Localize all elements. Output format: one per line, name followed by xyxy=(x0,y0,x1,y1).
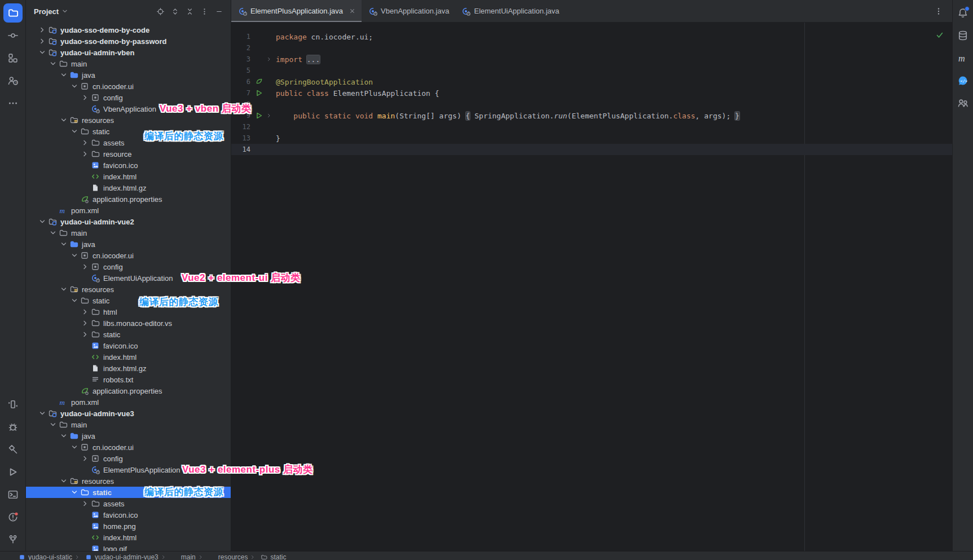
tree-chevron-icon[interactable] xyxy=(81,138,90,147)
tree-chevron-icon[interactable] xyxy=(59,70,68,80)
tool-problems-button[interactable] xyxy=(3,508,23,527)
tool-terminal-button[interactable] xyxy=(3,485,23,504)
tree-row[interactable]: java xyxy=(26,430,231,442)
tree-chevron-icon[interactable] xyxy=(59,431,68,440)
gutter-fold-icon[interactable] xyxy=(266,112,272,119)
tree-chevron-icon[interactable] xyxy=(81,330,90,339)
code-editor[interactable]: 1 package cn.iocoder.ui; 2 xyxy=(231,23,952,551)
tool-maven-button[interactable]: m xyxy=(953,48,972,68)
tree-row[interactable]: libs.monaco-editor.vs xyxy=(26,318,231,329)
tree-row[interactable]: cn.iocoder.ui xyxy=(26,442,231,453)
collapse-all-button[interactable] xyxy=(183,5,196,17)
tree-row[interactable]: index.html.gz xyxy=(26,363,231,374)
tree-chevron-icon[interactable] xyxy=(59,116,68,125)
tree-chevron-icon[interactable] xyxy=(81,104,90,113)
tree-row[interactable]: main xyxy=(26,58,231,69)
tree-row[interactable]: java xyxy=(26,239,231,250)
tree-chevron-icon[interactable] xyxy=(49,420,58,429)
tree-row[interactable]: resource xyxy=(26,148,231,160)
tree-chevron-icon[interactable] xyxy=(38,48,47,57)
tree-chevron-icon[interactable] xyxy=(81,319,90,328)
inspections-status-icon[interactable] xyxy=(935,30,944,39)
tree-row[interactable]: resources xyxy=(26,114,231,126)
tree-chevron-icon[interactable] xyxy=(59,477,68,486)
tool-debug-button[interactable] xyxy=(3,417,23,436)
panel-title[interactable]: Project xyxy=(34,7,59,16)
tree-row[interactable]: yudao-ui-admin-vben xyxy=(26,47,231,58)
tree-row[interactable]: m pom.xml xyxy=(26,205,231,216)
tree-row[interactable]: yudao-ui-admin-vue2 xyxy=(26,216,231,227)
tool-help-chat-button[interactable]: ? xyxy=(3,71,23,90)
panel-title-chevron-icon[interactable] xyxy=(61,7,69,15)
editor-tab[interactable]: VbenApplication.java xyxy=(362,0,455,22)
tree-row[interactable]: home.png xyxy=(26,521,231,532)
tree-chevron-icon[interactable] xyxy=(81,522,90,531)
tree-chevron-icon[interactable] xyxy=(81,465,90,474)
locate-file-button[interactable] xyxy=(154,5,166,17)
tree-row[interactable]: cn.iocoder.ui xyxy=(26,81,231,92)
tree-chevron-icon[interactable] xyxy=(81,149,90,158)
tree-chevron-icon[interactable] xyxy=(81,172,90,181)
tree-row[interactable]: index.html xyxy=(26,532,231,543)
gutter-fold-icon[interactable] xyxy=(266,56,272,63)
close-tab-icon[interactable] xyxy=(349,7,356,15)
tree-row[interactable]: favicon.ico xyxy=(26,160,231,171)
tool-more-button[interactable] xyxy=(3,94,23,113)
breadcrumb-item[interactable]: yudao-ui-admin-vue3 xyxy=(72,552,159,560)
tree-chevron-icon[interactable] xyxy=(70,127,79,136)
expand-all-button[interactable] xyxy=(169,5,181,17)
tree-row[interactable]: config xyxy=(26,453,231,464)
tree-row[interactable]: m pom.xml xyxy=(26,396,231,408)
tree-row[interactable]: favicon.ico xyxy=(26,509,231,521)
tree-chevron-icon[interactable] xyxy=(81,544,90,551)
options-menu-button[interactable] xyxy=(198,5,210,17)
editor-tab[interactable]: ElementPlusApplication.java xyxy=(231,0,362,22)
tree-row[interactable]: logo.gif xyxy=(26,543,231,551)
tree-chevron-icon[interactable] xyxy=(38,37,47,46)
tool-services-button[interactable] xyxy=(3,395,23,414)
tree-row[interactable]: favicon.ico xyxy=(26,340,231,351)
tool-commit-button[interactable] xyxy=(3,26,23,45)
tree-chevron-icon[interactable] xyxy=(81,93,90,102)
tree-row[interactable]: yudao-sso-demo-by-code xyxy=(26,24,231,36)
tree-chevron-icon[interactable] xyxy=(70,82,79,91)
tool-run-button[interactable] xyxy=(3,462,23,482)
tool-project-button[interactable] xyxy=(3,3,23,23)
tree-chevron-icon[interactable] xyxy=(38,217,47,226)
tree-chevron-icon[interactable] xyxy=(81,533,90,542)
tree-chevron-icon[interactable] xyxy=(70,488,79,497)
tool-code-with-me-button[interactable] xyxy=(953,94,972,113)
tree-chevron-icon[interactable] xyxy=(59,285,68,294)
breadcrumb-item[interactable]: resources xyxy=(196,552,248,560)
tree-row[interactable]: index.html xyxy=(26,351,231,363)
tree-chevron-icon[interactable] xyxy=(81,262,90,271)
tree-row[interactable]: cn.iocoder.ui xyxy=(26,250,231,261)
breadcrumb-item[interactable]: static xyxy=(248,552,286,560)
tree-chevron-icon[interactable] xyxy=(81,454,90,463)
tree-row[interactable]: yudao-sso-demo-by-password xyxy=(26,36,231,47)
tree-chevron-icon[interactable] xyxy=(81,375,90,384)
tree-row[interactable]: application.properties xyxy=(26,385,231,396)
notifications-button[interactable] xyxy=(953,3,972,23)
tree-chevron-icon[interactable] xyxy=(38,25,47,34)
tree-chevron-icon[interactable] xyxy=(59,240,68,249)
tree-chevron-icon[interactable] xyxy=(70,195,79,204)
tree-chevron-icon[interactable] xyxy=(81,499,90,508)
tree-row[interactable]: main xyxy=(26,419,231,430)
tree-chevron-icon[interactable] xyxy=(81,183,90,192)
tree-chevron-icon[interactable] xyxy=(81,161,90,170)
gutter-run-icon[interactable] xyxy=(254,111,263,120)
tool-structure-button[interactable] xyxy=(3,48,23,68)
tree-chevron-icon[interactable] xyxy=(49,228,58,237)
tree-row[interactable]: static xyxy=(26,329,231,340)
tree-chevron-icon[interactable] xyxy=(49,206,58,215)
tree-row[interactable]: index.html.gz xyxy=(26,182,231,193)
tree-chevron-icon[interactable] xyxy=(49,59,58,68)
tree-row[interactable]: robots.txt xyxy=(26,374,231,385)
tree-chevron-icon[interactable] xyxy=(81,352,90,361)
tree-chevron-icon[interactable] xyxy=(81,341,90,350)
tree-chevron-icon[interactable] xyxy=(70,251,79,260)
tool-ai-chat-button[interactable]: </> xyxy=(953,71,972,90)
tree-row[interactable]: resources xyxy=(26,475,231,487)
hide-panel-button[interactable] xyxy=(213,5,225,17)
